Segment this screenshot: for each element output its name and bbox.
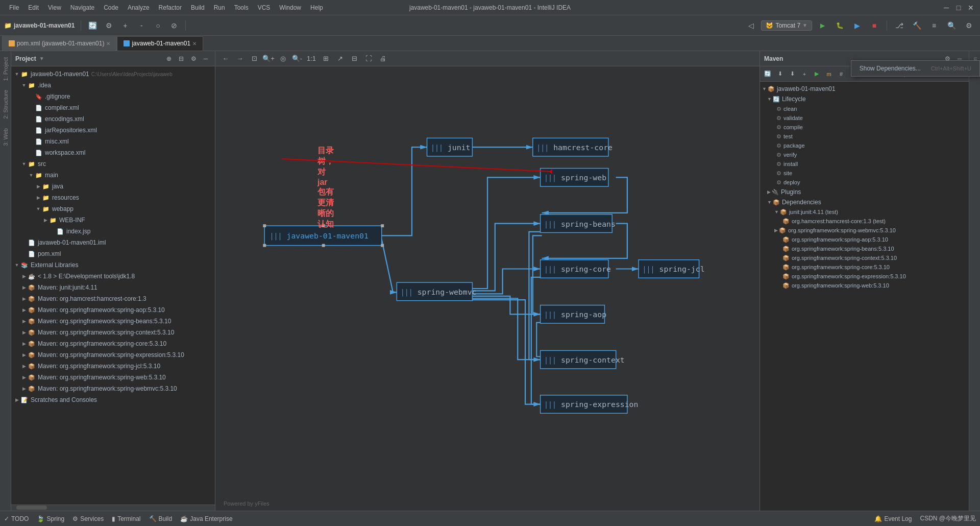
add-maven-button[interactable]: + — [118, 18, 132, 33]
menu-run[interactable]: Run — [210, 3, 229, 12]
build-artifacts-button[interactable]: 🔨 — [910, 18, 924, 33]
tree-arrow-spring-web[interactable]: ▶ — [20, 375, 28, 380]
tab-dependency-graph[interactable]: javaweb-01-maven01 ✕ — [117, 36, 203, 51]
status-java-enterprise[interactable]: ☕ Java Enterprise — [180, 515, 232, 522]
print-button[interactable]: 🖨 — [377, 53, 389, 65]
tree-item-jarrepo[interactable]: 📄 jarRepositories.xml — [11, 125, 215, 136]
show-dependencies-option[interactable]: Show Dependencies... Ctrl+Alt+Shift+U — [851, 63, 979, 74]
maven-dep-spring-web[interactable]: 📦 org.springframework:spring-web:5.3.10 — [760, 281, 969, 290]
maven-lifecycle-install[interactable]: ⚙ install — [760, 159, 969, 169]
skip-tests-button[interactable]: ⊘ — [167, 18, 181, 33]
zoom-out-button[interactable]: 🔍- — [291, 53, 303, 65]
maven-project-root[interactable]: ▼ 📦 javaweb-01-maven01 — [760, 84, 969, 94]
zoom-in-button[interactable]: 🔍+ — [262, 53, 275, 65]
expand-button[interactable]: ⊞ — [320, 53, 332, 65]
tree-arrow-junit[interactable]: ▶ — [20, 285, 28, 290]
tree-item-pom[interactable]: 📄 pom.xml — [11, 248, 215, 259]
maven-dep-spring-beans[interactable]: 📦 org.springframework:spring-beans:5.3.1… — [760, 244, 969, 253]
maven-import-button[interactable]: ⬇ — [774, 68, 786, 80]
menu-file[interactable]: File — [5, 3, 23, 12]
tree-item-iml[interactable]: 📄 javaweb-01-maven01.iml — [11, 237, 215, 248]
menu-navigate[interactable]: Navigate — [66, 3, 99, 12]
maven-dep-spring-webmvc[interactable]: ▶ 📦 org.springframework:spring-webmvc:5.… — [760, 226, 969, 235]
maven-hash-button[interactable]: # — [836, 68, 847, 80]
tab-graph-close[interactable]: ✕ — [192, 41, 197, 46]
tree-item-spring-beans[interactable]: ▶ 📦 Maven: org.springframework:spring-be… — [11, 316, 215, 327]
tree-arrow-main[interactable]: ▼ — [28, 173, 35, 178]
maven-dep-spring-context[interactable]: 📦 org.springframework:spring-context:5.3… — [760, 253, 969, 262]
menu-code[interactable]: Code — [100, 3, 122, 12]
debug-button[interactable]: 🐛 — [832, 18, 847, 33]
dependency-graph-area[interactable]: ||| javaweb-01-maven01 ||| junit ||| ham… — [215, 66, 760, 511]
tree-item-encodings[interactable]: 📄 encodings.xml — [11, 113, 215, 125]
tree-item-idea[interactable]: ▼ 📁 .idea — [11, 80, 215, 91]
tree-arrow-ext-libs[interactable]: ▼ — [13, 262, 20, 268]
maven-lifecycle-test[interactable]: ⚙ test — [760, 132, 969, 141]
maven-add-button[interactable]: + — [799, 68, 810, 80]
tree-item-misc[interactable]: 📄 misc.xml — [11, 136, 215, 147]
maximize-button[interactable]: □ — [954, 4, 963, 12]
tree-arrow-java[interactable]: ▶ — [35, 184, 42, 189]
maven-settings-button[interactable]: ⚙ — [102, 18, 116, 33]
stop-button[interactable]: ■ — [867, 18, 881, 33]
tree-item-spring-aop[interactable]: ▶ 📦 Maven: org.springframework:spring-ao… — [11, 304, 215, 316]
gear-button[interactable]: ⚙ — [962, 18, 976, 33]
maven-lifecycle-verify[interactable]: ⚙ verify — [760, 150, 969, 159]
tab-pom-close[interactable]: ✕ — [106, 41, 110, 46]
menu-vcs[interactable]: VCS — [254, 3, 275, 12]
tree-item-webinf[interactable]: ▶ 📁 WEB-INF — [11, 214, 215, 226]
tree-item-index-jsp[interactable]: 📄 index.jsp — [11, 226, 215, 237]
run-button[interactable]: ▶ — [815, 18, 829, 33]
maven-lifecycle-deploy[interactable]: ⚙ deploy — [760, 178, 969, 187]
maven-run-button[interactable]: ▶ — [811, 68, 822, 80]
tree-arrow-spring-expression[interactable]: ▶ — [20, 352, 28, 357]
maven-dependencies-header[interactable]: ▼ 📦 Dependencies — [760, 197, 969, 207]
maven-dep-spring-aop[interactable]: 📦 org.springframework:spring-aop:5.3.10 — [760, 235, 969, 244]
tree-arrow-spring-core[interactable]: ▶ — [20, 341, 28, 346]
toggle-offline-button[interactable]: ○ — [151, 18, 165, 33]
project-settings-button[interactable]: ⚙ — [188, 54, 199, 64]
tree-item-spring-core[interactable]: ▶ 📦 Maven: org.springframework:spring-co… — [11, 338, 215, 349]
status-todo[interactable]: ✓ TODO — [4, 515, 29, 522]
tab-pom-xml[interactable]: pom.xml (javaweb-01-maven01) ✕ — [2, 36, 117, 51]
tree-arrow-scratches[interactable]: ▶ — [13, 397, 20, 402]
search-button[interactable]: 🔍 — [944, 18, 959, 33]
tree-item-spring-webmvc[interactable]: ▶ 📦 Maven: org.springframework:spring-we… — [11, 383, 215, 394]
maven-lifecycle-site[interactable]: ⚙ site — [760, 169, 969, 178]
maven-dep-junit[interactable]: ▼ 📦 junit:junit:4.11 (test) — [760, 207, 969, 217]
tree-arrow-jdk[interactable]: ▶ — [20, 274, 28, 279]
tree-item-scratches[interactable]: ▶ 📝 Scratches and Consoles — [11, 394, 215, 405]
maven-lifecycle-compile[interactable]: ⚙ compile — [760, 123, 969, 132]
tree-arrow-spring-context[interactable]: ▶ — [20, 330, 28, 335]
status-csdn[interactable]: CSDN @今晚梦里见 — [920, 514, 976, 523]
tree-arrow-spring-jcl[interactable]: ▶ — [20, 364, 28, 369]
maven-dep-spring-core[interactable]: 📦 org.springframework:spring-core:5.3.10 — [760, 262, 969, 272]
tree-item-hamcrest[interactable]: ▶ 📦 Maven: org.hamcrest:hamcrest-core:1.… — [11, 293, 215, 304]
maven-download-button[interactable]: ⬇ — [787, 68, 798, 80]
sidebar-item-web[interactable]: 3: Web — [2, 124, 10, 150]
maven-m-button[interactable]: m — [823, 68, 835, 80]
tree-arrow-resources[interactable]: ▶ — [35, 195, 42, 200]
ratio-button[interactable]: 1:1 — [305, 53, 317, 65]
tree-arrow-spring-beans[interactable]: ▶ — [20, 319, 28, 324]
tree-item-spring-expression[interactable]: ▶ 📦 Maven: org.springframework:spring-ex… — [11, 349, 215, 361]
remove-maven-button[interactable]: - — [134, 18, 149, 33]
copy-button[interactable]: ⊟ — [348, 53, 360, 65]
tree-arrow-src[interactable]: ▼ — [20, 161, 28, 166]
tree-item-spring-jcl[interactable]: ▶ 📦 Maven: org.springframework:spring-jc… — [11, 361, 215, 372]
menu-refactor[interactable]: Refactor — [155, 3, 186, 12]
tree-item-spring-web[interactable]: ▶ 📦 Maven: org.springframework:spring-we… — [11, 372, 215, 383]
run-config-selector[interactable]: 🐱 Tomcat 7 ▼ — [761, 20, 812, 31]
zoom-reset-button[interactable]: ◎ — [277, 53, 289, 65]
tree-arrow-hamcrest[interactable]: ▶ — [20, 296, 28, 301]
menu-analyze[interactable]: Analyze — [124, 3, 154, 12]
maven-lifecycle-validate[interactable]: ⚙ validate — [760, 113, 969, 123]
back-button[interactable]: ◁ — [744, 18, 758, 33]
tree-item-spring-context[interactable]: ▶ 📦 Maven: org.springframework:spring-co… — [11, 327, 215, 338]
close-button[interactable]: ✕ — [967, 4, 975, 12]
tree-item-junit[interactable]: ▶ 📦 Maven: junit:junit:4.11 — [11, 282, 215, 293]
tree-item-root[interactable]: ▼ 📁 javaweb-01-maven01 C:\Users\Alex\Ide… — [11, 68, 215, 80]
fullscreen-button[interactable]: ⛶ — [362, 53, 375, 65]
minimize-button[interactable]: ─ — [942, 4, 950, 12]
status-event-log[interactable]: 🔔 Event Log — [874, 514, 912, 523]
